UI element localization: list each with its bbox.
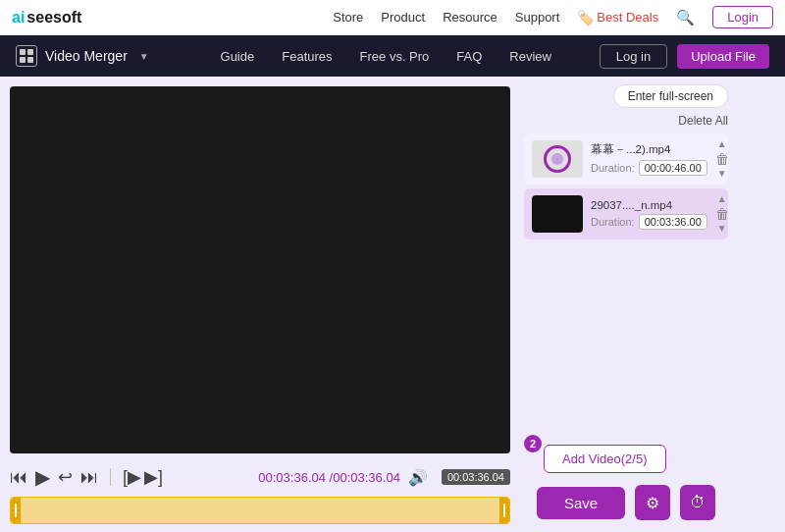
video-list: 幕幕－...2).mp4 Duration: 00:00:46.00 ▲ 🗑 ▼… <box>524 133 728 437</box>
features-link[interactable]: Features <box>282 49 332 64</box>
video-thumb-1 <box>532 140 583 178</box>
video-thumb-2 <box>532 195 583 233</box>
delete-all-button[interactable]: Delete All <box>678 114 728 128</box>
dropdown-arrow-icon[interactable]: ▼ <box>139 51 149 62</box>
logo-ai: ai <box>12 9 25 27</box>
second-nav-right: Log in Upload File <box>600 44 769 69</box>
item-delete-1[interactable]: 🗑 <box>715 151 728 167</box>
bottom-actions: Save ⚙ ⏱ <box>524 477 728 524</box>
add-video-area: 2 Add Video(2/5) <box>524 437 728 477</box>
right-panel: Enter full-screen Delete All 幕幕－...2).mp… <box>520 77 736 532</box>
app-icon <box>16 45 37 67</box>
second-nav-links: Guide Features Free vs. Pro FAQ Review <box>173 49 600 64</box>
volume-icon[interactable]: 🔊 <box>408 468 428 487</box>
resource-link[interactable]: Resource <box>443 10 497 25</box>
duration-value-2: 00:03:36.00 <box>639 214 707 230</box>
video-canvas <box>10 86 510 453</box>
controls-divider <box>110 468 111 486</box>
replay-button[interactable]: ↩ <box>58 466 73 488</box>
item-up-1[interactable]: ▲ <box>717 139 727 149</box>
playback-controls: ⏮ ▶ ↩ ⏭ [▶ ▶] 00:03:36.04 /00:03:36.04 🔊… <box>10 461 510 493</box>
video-item: 29037...._n.mp4 Duration: 00:03:36.00 ▲ … <box>524 188 728 239</box>
product-link[interactable]: Product <box>381 10 425 25</box>
video-preview <box>10 86 510 453</box>
video-name-2: 29037...._n.mp4 <box>591 199 707 211</box>
item-down-1[interactable]: ▼ <box>717 169 727 179</box>
timeline-fill <box>11 498 509 523</box>
trim-controls: [▶ ▶] <box>123 466 163 488</box>
review-link[interactable]: Review <box>509 49 551 64</box>
free-vs-pro-link[interactable]: Free vs. Pro <box>360 49 430 64</box>
rewind-button[interactable]: ⏮ <box>10 467 27 488</box>
play-button[interactable]: ▶ <box>35 465 50 489</box>
item-controls-1: ▲ 🗑 ▼ <box>715 139 728 179</box>
timeline-area <box>10 497 510 524</box>
video-name-1: 幕幕－...2).mp4 <box>591 142 707 157</box>
app-name: Video Merger <box>45 48 128 64</box>
add-video-badge: 2 <box>524 435 542 452</box>
time-display: 00:03:36.04 /00:03:36.04 <box>258 470 400 485</box>
handle-line-left <box>15 504 17 517</box>
search-button[interactable]: 🔍 <box>676 9 695 27</box>
duration-label-2: Duration: <box>591 216 635 228</box>
left-panel: ⏮ ▶ ↩ ⏭ [▶ ▶] 00:03:36.04 /00:03:36.04 🔊… <box>0 77 520 532</box>
handle-line-right <box>503 504 505 517</box>
time-badge: 00:03:36.04 <box>442 469 510 485</box>
best-deals-link[interactable]: 🏷️ Best Deals <box>577 10 658 26</box>
clock-button[interactable]: ⏱ <box>680 485 715 520</box>
settings-button[interactable]: ⚙ <box>635 485 670 520</box>
video-item: 幕幕－...2).mp4 Duration: 00:00:46.00 ▲ 🗑 ▼ <box>524 133 728 185</box>
duration-label-1: Duration: <box>591 162 635 174</box>
bracket-left-button[interactable]: [▶ <box>123 466 141 488</box>
add-video-button[interactable]: Add Video(2/5) <box>544 445 666 473</box>
timeline-handle-left[interactable] <box>11 498 21 523</box>
duration-value-1: 00:00:46.00 <box>639 160 707 176</box>
nav-login-button[interactable]: Log in <box>600 44 667 69</box>
item-up-2[interactable]: ▲ <box>717 194 727 204</box>
main-area: ⏮ ▶ ↩ ⏭ [▶ ▶] 00:03:36.04 /00:03:36.04 🔊… <box>0 77 785 532</box>
second-nav: Video Merger ▼ Guide Features Free vs. P… <box>0 35 785 77</box>
support-link[interactable]: Support <box>515 10 560 25</box>
guide-link[interactable]: Guide <box>221 49 255 64</box>
store-link[interactable]: Store <box>333 10 363 25</box>
delete-all-row: Delete All <box>524 114 728 128</box>
gear-icon: ⚙ <box>646 494 659 512</box>
fullscreen-button[interactable]: Enter full-screen <box>613 84 728 108</box>
video-info-1: 幕幕－...2).mp4 Duration: 00:00:46.00 <box>591 142 707 176</box>
top-nav-links: Store Product Resource Support 🏷️ Best D… <box>333 6 773 28</box>
logo-seesoft: seesoft <box>26 9 81 27</box>
bracket-right-button[interactable]: ▶] <box>144 466 163 488</box>
upload-file-button[interactable]: Upload File <box>677 44 769 69</box>
item-controls-2: ▲ 🗑 ▼ <box>715 194 728 234</box>
fullscreen-row: Enter full-screen <box>524 84 728 108</box>
save-button[interactable]: Save <box>537 487 625 519</box>
video-duration-row-1: Duration: 00:00:46.00 <box>591 160 707 176</box>
faq-link[interactable]: FAQ <box>456 49 482 64</box>
item-down-2[interactable]: ▼ <box>717 224 727 234</box>
skip-button[interactable]: ⏭ <box>80 467 98 488</box>
video-info-2: 29037...._n.mp4 Duration: 00:03:36.00 <box>591 199 707 230</box>
video-duration-row-2: Duration: 00:03:36.00 <box>591 214 707 230</box>
top-login-button[interactable]: Login <box>712 6 773 28</box>
clock-icon: ⏱ <box>690 494 706 511</box>
item-delete-2[interactable]: 🗑 <box>715 206 728 222</box>
timeline-handle-right[interactable] <box>499 498 509 523</box>
logo: aiseesoft <box>12 9 81 27</box>
app-icon-area: Video Merger ▼ <box>16 45 149 67</box>
fire-icon: 🏷️ <box>577 10 594 26</box>
timeline-bar[interactable] <box>10 497 510 524</box>
top-nav: aiseesoft Store Product Resource Support… <box>0 0 785 35</box>
